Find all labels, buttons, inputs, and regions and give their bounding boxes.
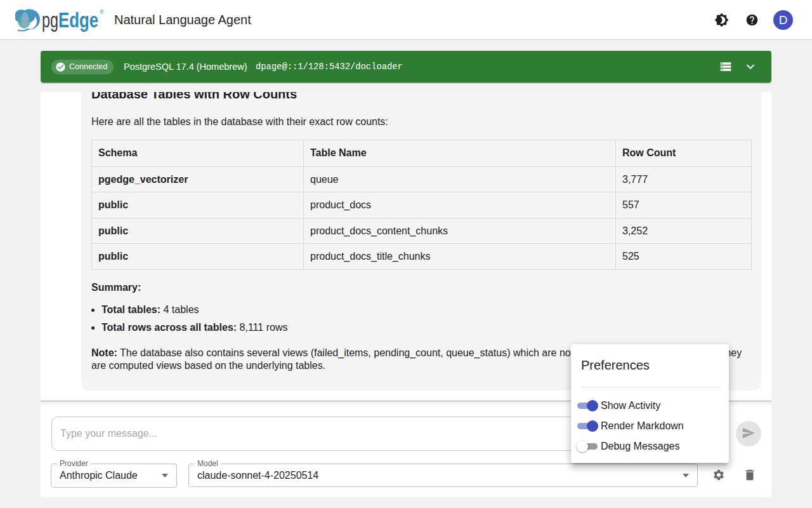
svg-text:Edge: Edge xyxy=(58,9,98,32)
svg-text:®: ® xyxy=(100,9,104,15)
svg-text:pg: pg xyxy=(42,9,58,32)
